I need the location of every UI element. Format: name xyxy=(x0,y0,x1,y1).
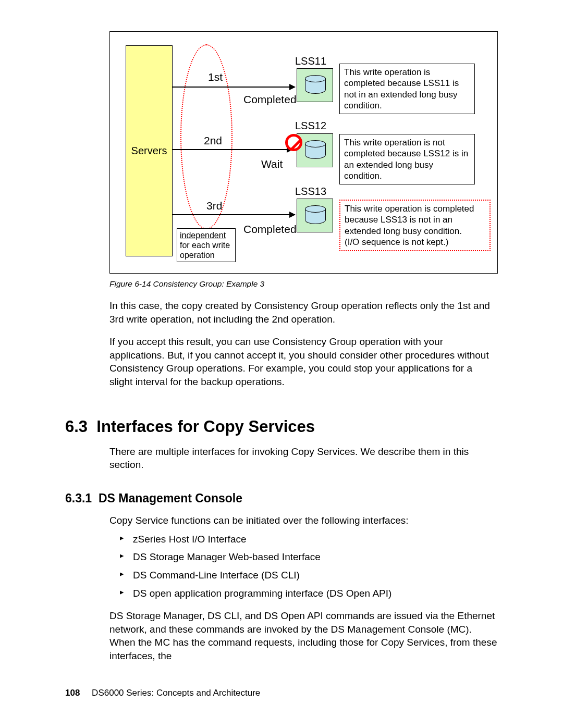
lss11-label: LSS11 xyxy=(295,54,326,68)
status-1st: Completed xyxy=(243,92,297,107)
arrow-1st xyxy=(173,87,295,88)
subsection-intro: Copy Service functions can be initiated … xyxy=(109,514,498,527)
book-title: DS6000 Series: Concepts and Architecture xyxy=(92,688,260,698)
callout-lss13: This write operation is completed becaus… xyxy=(339,200,491,251)
arrow-3rd xyxy=(173,214,295,215)
figure-6-14: Servers 1st Completed LSS11 This write o… xyxy=(109,31,498,274)
prohibited-icon xyxy=(285,134,302,151)
paragraph-result: In this case, the copy created by Consis… xyxy=(109,299,498,326)
lss12-label: LSS12 xyxy=(295,119,326,133)
section-title: Interfaces for Copy Services xyxy=(96,417,315,436)
lss13-label: LSS13 xyxy=(295,184,326,199)
list-item: DS open application programming interfac… xyxy=(120,587,495,600)
cylinder-icon xyxy=(305,75,326,97)
ellipse-caption-underlined: independent xyxy=(180,231,226,240)
subsection-paragraph: DS Storage Manager, DS CLI, and DS Open … xyxy=(109,609,498,663)
subsection-title: DS Management Console xyxy=(99,491,242,505)
ellipse-caption-box: independent for each write operation xyxy=(177,228,236,262)
page: Servers 1st Completed LSS11 This write o… xyxy=(65,31,498,663)
cylinder-icon xyxy=(305,140,326,162)
servers-label: Servers xyxy=(126,144,173,158)
figure-caption: Figure 6-14 Consistency Group: Example 3 xyxy=(109,279,498,290)
ellipse-caption-rest-text: for each write operation xyxy=(180,241,230,260)
section-intro: There are multiple interfaces for invoki… xyxy=(109,445,498,472)
lss12-box xyxy=(297,133,333,167)
arrow-2nd xyxy=(173,149,292,150)
list-item: zSeries Host I/O Interface xyxy=(120,533,495,546)
ordinal-3rd: 3rd xyxy=(206,199,222,213)
list-item: DS Command-Line Interface (DS CLI) xyxy=(120,569,495,582)
page-footer: 108 DS6000 Series: Concepts and Architec… xyxy=(65,687,260,699)
interface-list: zSeries Host I/O Interface DS Storage Ma… xyxy=(120,533,495,600)
callout-lss11: This write operation is completed becaus… xyxy=(339,64,475,114)
paragraph-advice: If you accept this result, you can use C… xyxy=(109,335,498,389)
lss11-box xyxy=(297,68,333,102)
cylinder-icon xyxy=(305,205,326,227)
subsection-number: 6.3.1 xyxy=(65,491,92,505)
list-item: DS Storage Manager Web-based Interface xyxy=(120,550,495,564)
status-2nd: Wait xyxy=(261,157,283,171)
section-number: 6.3 xyxy=(65,417,88,436)
page-number: 108 xyxy=(65,688,80,698)
status-3rd: Completed xyxy=(243,222,297,237)
section-heading-6-3: 6.3 Interfaces for Copy Services xyxy=(65,416,498,438)
ordinal-2nd: 2nd xyxy=(204,133,222,148)
subsection-heading-6-3-1: 6.3.1 DS Management Console xyxy=(65,490,498,507)
callout-lss12: This write operation is not completed be… xyxy=(339,134,475,184)
ordinal-1st: 1st xyxy=(208,70,223,84)
lss13-box xyxy=(297,199,333,232)
